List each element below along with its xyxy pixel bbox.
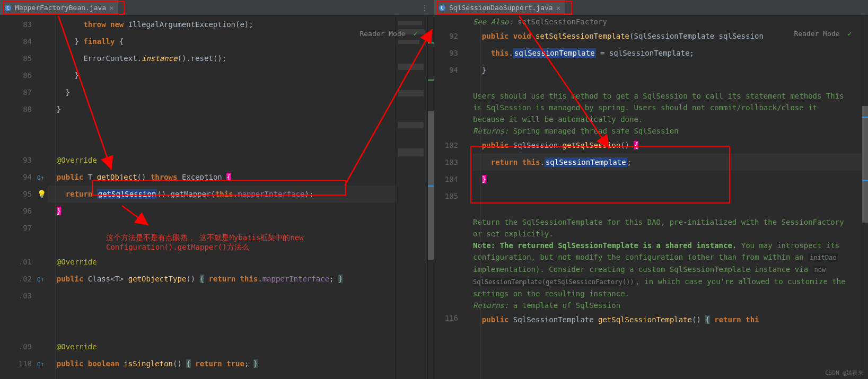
reader-mode-label: Reader Mode (794, 30, 839, 38)
scrollbar-vertical[interactable] (862, 16, 868, 379)
override-gutter-icon[interactable]: O↑ (37, 276, 44, 283)
tab-mapper-factory[interactable]: C MapperFactoryBean.java × (0, 0, 118, 15)
check-icon: ✓ (848, 29, 852, 38)
java-class-icon: C (439, 4, 446, 12)
tab-overflow-icon[interactable]: ⋮ (416, 4, 434, 12)
chinese-annotation: 这个方法是不是有点眼熟， 这不就是Mybatis框架中的new Configur… (106, 233, 396, 252)
tab-label: MapperFactoryBean.java (15, 4, 106, 12)
override-gutter-icon[interactable]: O↑ (37, 361, 44, 368)
editor-body-right[interactable]: 92 93 94 102 103 104 105 116 (434, 16, 868, 379)
minimap[interactable] (396, 16, 427, 379)
javadoc-block: Users should use this method to get a Sq… (473, 90, 862, 137)
tab-bar-right: C SqlSessionDaoSupport.java × (434, 0, 868, 16)
indent-guide (480, 16, 481, 379)
reader-mode-indicator[interactable]: Reader Mode ✓ (794, 29, 852, 38)
line-gutter: 83 84 85 86 87 88 93 94 95 96 97 .01 .02… (0, 16, 37, 379)
svg-text:C: C (441, 5, 443, 11)
close-icon[interactable]: × (109, 4, 113, 12)
watermark: CSDN @嫣夜来 (825, 369, 864, 377)
override-gutter-icon[interactable]: O↑ (37, 174, 44, 181)
svg-text:C: C (6, 5, 9, 11)
tab-label: SqlSessionDaoSupport.java (449, 4, 553, 12)
tab-bar-left: C MapperFactoryBean.java × ⋮ (0, 0, 434, 16)
close-icon[interactable]: × (556, 4, 560, 12)
bulb-icon[interactable]: 💡 (37, 190, 46, 198)
reader-mode-indicator[interactable]: Reader Mode ✓ (360, 29, 418, 38)
reader-mode-label: Reader Mode (360, 30, 405, 38)
scrollbar-thumb[interactable] (862, 106, 868, 223)
indent-guide (55, 16, 56, 379)
left-editor-pane: C MapperFactoryBean.java × ⋮ Reader Mode… (0, 0, 434, 379)
java-class-icon: C (4, 4, 12, 12)
scrollbar-vertical[interactable] (427, 16, 434, 379)
gutter-icons (463, 16, 473, 379)
javadoc-block: Return the SqlSessionTemplate for this D… (473, 216, 862, 311)
right-editor-pane: C SqlSessionDaoSupport.java × Reader Mod… (434, 0, 868, 379)
editor-body-left[interactable]: 83 84 85 86 87 88 93 94 95 96 97 .01 .02… (0, 16, 434, 379)
code-area-left[interactable]: throw new IllegalArgumentException(e); }… (48, 16, 396, 379)
tab-sqlsession-dao[interactable]: C SqlSessionDaoSupport.java × (434, 0, 565, 15)
gutter-icons: O↑ 💡 O↑ O↑ (37, 16, 48, 379)
check-icon: ✓ (414, 29, 418, 38)
line-gutter: 92 93 94 102 103 104 105 116 (434, 16, 463, 379)
code-area-right[interactable]: See Also: setSqlSessionFactory public vo… (473, 16, 862, 379)
